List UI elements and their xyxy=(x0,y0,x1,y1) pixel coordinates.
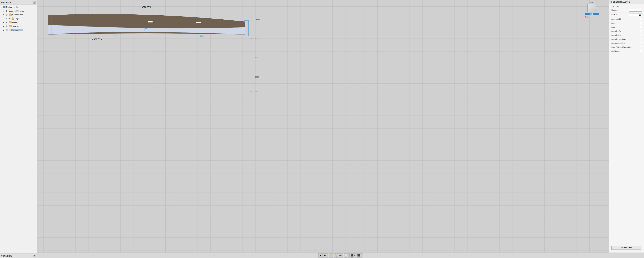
browser-close-button[interactable]: × xyxy=(33,1,36,3)
tree-arrow-named-views: ▶ xyxy=(3,14,6,15)
bottom-toolbar: ⊕ ⊞ ▼ ✋ 🔍 ⊖ ▼ ⬜ ▼ xyxy=(37,253,644,258)
tree-item-component[interactable]: ▶ Component1:1 xyxy=(0,28,37,32)
finish-sketch-label: Finish Sketch xyxy=(621,247,632,249)
nav-axis-labels: X Z xyxy=(584,16,599,18)
nav-x-label: X xyxy=(585,16,586,18)
svg-rect-26 xyxy=(148,21,152,22)
zoom-extent-icon: ⊖ xyxy=(339,254,341,257)
show-constraints-label: Show Constraints xyxy=(612,42,625,44)
show-profile-label: Show Profile xyxy=(612,30,621,32)
svg-text:9818.678: 9818.678 xyxy=(142,6,151,8)
show-projected-geometries-checkbox[interactable] xyxy=(640,46,642,48)
toolbar-grid-button[interactable]: ⬛ ▼ xyxy=(356,253,362,258)
tree-arrow-root: ▼ xyxy=(1,6,3,8)
browser-title: BROWSER xyxy=(1,1,11,3)
sketch-3d-checkbox[interactable] xyxy=(640,50,642,52)
tree-arrow-component: ▶ xyxy=(3,29,6,31)
root-icon: F xyxy=(3,6,6,8)
eye-icon-bodies xyxy=(6,21,8,24)
nav-cube-face[interactable] xyxy=(588,4,596,12)
component-label: Component1:1 xyxy=(12,29,23,31)
finish-sketch-container: Finish Sketch xyxy=(609,243,644,253)
show-dimensions-label: Show Dimensions xyxy=(612,38,626,40)
palette-section-options-title: Options xyxy=(612,5,619,7)
root-label: Untitled v14 xyxy=(6,6,16,8)
nav-z-label: Z xyxy=(587,16,588,18)
bodies-label: Bodies xyxy=(12,21,18,23)
snap-checkbox[interactable] xyxy=(640,22,642,24)
tree-item-sketches[interactable]: ▶ Sketches xyxy=(0,24,37,28)
palette-show-profile-row: Show Profile xyxy=(609,29,644,33)
show-constraints-checkbox[interactable] xyxy=(640,42,642,44)
toolbar-orbit-button[interactable]: ⊕ xyxy=(318,253,323,258)
sketch-svg: 9818.678 4909.339 xyxy=(37,0,644,258)
palette-linetype-row: Linetype ‹ xyxy=(609,8,644,12)
nav-back-button[interactable]: BACK xyxy=(584,13,599,15)
pan-icon: ⊞ xyxy=(324,254,326,257)
tree-item-named-views[interactable]: ▶ Named Views xyxy=(0,13,37,17)
linetype-arrow-icon: ‹ xyxy=(641,9,642,12)
tree-arrow-sketches: ▶ xyxy=(3,25,6,27)
svg-text:-2000: -2000 xyxy=(254,76,259,78)
finish-sketch-button[interactable]: Finish Sketch xyxy=(612,246,642,250)
toolbar-hand-button[interactable]: ✋ xyxy=(329,253,333,258)
svg-rect-27 xyxy=(196,22,201,23)
toolbar-effects-button[interactable]: ⬛ ▼ xyxy=(350,253,356,258)
snap-label: Snap xyxy=(612,22,616,24)
slice-checkbox[interactable] xyxy=(640,26,642,28)
show-dimensions-checkbox[interactable] xyxy=(640,38,642,40)
grid-icon: ⬛ xyxy=(357,254,360,257)
palette-show-dimensions-row: Show Dimensions xyxy=(609,37,644,41)
show-profile-checkbox[interactable] xyxy=(640,30,642,32)
toolbar-pan-button[interactable]: ⊞ ▼ xyxy=(323,253,328,258)
palette-title: SKETCH PALETTE xyxy=(613,1,630,3)
browser-tree: ▼ F Untitled v14 ⚙ ▶ ⚙ Document Settings xyxy=(0,4,37,254)
svg-rect-12 xyxy=(200,35,203,36)
zoom-icon: 🔍 xyxy=(334,254,337,257)
root-settings-icon[interactable]: ⚙ xyxy=(16,6,18,8)
toolbar-zoom-extent-button[interactable]: ⊖ ▼ xyxy=(338,253,343,258)
show-points-label: Show Points xyxy=(612,34,621,36)
palette-show-projected-geometries-row: Show Projected Geometries xyxy=(609,45,644,49)
folder-icon-named-views xyxy=(9,13,12,16)
palette-show-constraints-row: Show Constraints xyxy=(609,41,644,45)
linetype-label: Linetype xyxy=(612,9,618,11)
eye-icon-origin xyxy=(8,17,11,20)
show-points-checkbox[interactable] xyxy=(640,34,642,36)
palette-show-points-row: Show Points xyxy=(609,33,644,37)
comments-close-button[interactable]: × xyxy=(33,255,36,257)
doc-settings-label: Document Settings xyxy=(9,10,24,12)
viewport[interactable]: 9818.678 4909.339 xyxy=(37,0,644,258)
tree-item-doc-settings[interactable]: ▶ ⚙ Document Settings xyxy=(0,9,37,13)
svg-text:-500: -500 xyxy=(256,18,260,20)
palette-options-section: ▼ Options Linetype ‹ Look At 📷 xyxy=(609,4,644,54)
look-at-icon: 📷 xyxy=(639,14,642,16)
look-at-button[interactable]: 📷 xyxy=(629,13,642,16)
linetype-input[interactable]: ‹ xyxy=(629,9,642,11)
palette-3d-sketch-row: 3D Sketch xyxy=(609,49,644,53)
effects-icon: ⬛ xyxy=(351,254,354,257)
toolbar-display-button[interactable]: ⬜ ▼ xyxy=(344,253,350,258)
doc-settings-icon: ⚙ xyxy=(6,10,8,12)
toolbar-zoom-button[interactable]: 🔍 xyxy=(334,253,338,258)
nav-cube[interactable]: TOP BACK X Z xyxy=(584,1,599,14)
sketch-3d-label: 3D Sketch xyxy=(612,50,620,52)
svg-text:-1000: -1000 xyxy=(254,37,259,39)
tree-arrow-doc-settings: ▶ xyxy=(3,10,6,12)
sketch-grid-checkbox[interactable] xyxy=(640,18,642,20)
tree-item-bodies[interactable]: ▶ Bodies xyxy=(0,20,37,24)
origin-label: Origin xyxy=(15,18,20,19)
comments-bar: COMMENTS × xyxy=(0,254,37,258)
sketch-palette-panel: SKETCH PALETTE ▼ Options Linetype ‹ Look… xyxy=(609,0,644,253)
tree-arrow-origin: ▶ xyxy=(6,18,8,19)
svg-text:4909.339: 4909.339 xyxy=(92,38,102,41)
palette-sketch-grid-row: Sketch Grid xyxy=(609,17,644,21)
sketches-label: Sketches xyxy=(12,25,20,27)
comments-title: COMMENTS xyxy=(1,255,12,257)
palette-section-arrow-options: ▼ xyxy=(610,5,612,7)
palette-section-options-header[interactable]: ▼ Options xyxy=(609,5,644,8)
palette-look-at-row: Look At 📷 xyxy=(609,12,644,17)
svg-text:-1500: -1500 xyxy=(254,57,259,59)
tree-item-root[interactable]: ▼ F Untitled v14 ⚙ xyxy=(0,5,37,9)
tree-item-origin[interactable]: ▶ Origin xyxy=(0,17,37,20)
